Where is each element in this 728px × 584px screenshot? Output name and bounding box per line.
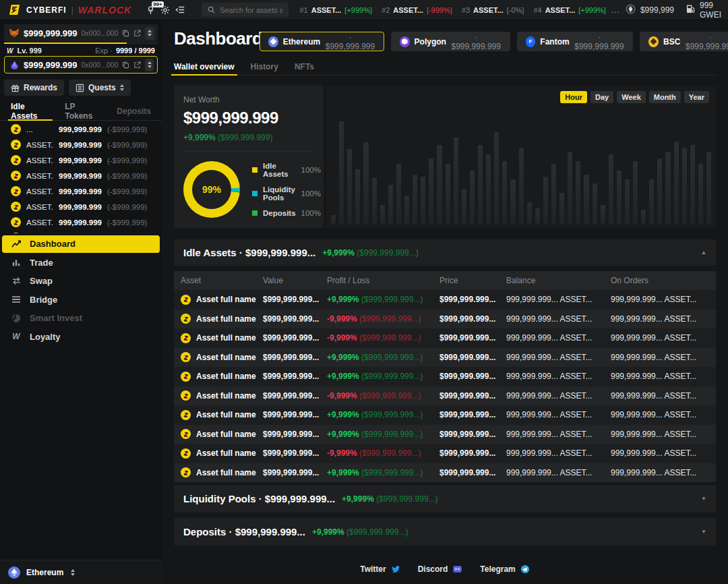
range-button-year[interactable]: Year: [684, 91, 709, 103]
sidebar-asset-row[interactable]: ASSET...999,999.999(-$999,999): [0, 183, 162, 199]
range-button-week[interactable]: Week: [617, 91, 646, 103]
footer-link-twitter[interactable]: Twitter: [360, 564, 400, 574]
chain-pill-ethereum[interactable]: Ethereum· $999,999.999: [260, 32, 384, 51]
sidebar-asset-row[interactable]: ASSET...999,999.999(-$999,999): [0, 137, 162, 152]
wallet-switcher-stepper[interactable]: [145, 59, 154, 71]
history-bar: [446, 164, 450, 225]
donut-center-label: 99%: [183, 161, 240, 218]
collapse-caret-icon[interactable]: ▲: [701, 250, 706, 256]
history-bar: [543, 177, 548, 225]
profit-loss-pct: +9,999%: [327, 430, 359, 439]
table-row[interactable]: Asset full name$999,999.999...+9,999% ($…: [174, 348, 716, 368]
rewards-button[interactable]: Rewards: [4, 80, 64, 96]
footer-link-discord[interactable]: Discord: [418, 564, 463, 574]
idle-assets-section-header[interactable]: Idle Assets · $999,999.999... +9,999% ($…: [174, 239, 716, 266]
external-link-icon[interactable]: [133, 60, 141, 69]
asset-coin-icon: [11, 171, 21, 181]
table-row[interactable]: Asset full name$999,999.999...+9,999% ($…: [174, 463, 716, 483]
ticker-item-2[interactable]: #2ASSET...[-999%]: [382, 6, 452, 14]
section-heading: Deposits · $999,999.999...: [183, 526, 305, 537]
table-row[interactable]: Asset full name$999,999.999...-9,999% ($…: [174, 444, 716, 463]
gear-icon[interactable]: [160, 4, 170, 16]
history-bar: [396, 164, 401, 225]
asset-full-name: Asset full name: [196, 448, 256, 458]
more-tickers-button[interactable]: ...: [611, 5, 620, 15]
table-row[interactable]: Asset full name$999,999.999...-9,999% ($…: [174, 328, 716, 348]
chain-name: BSC: [663, 37, 680, 47]
tab-nfts[interactable]: NFTs: [295, 58, 314, 75]
asset-coin-icon: [11, 217, 21, 227]
range-button-day[interactable]: Day: [590, 91, 613, 103]
sidebar-item-loyalty[interactable]: WLoyalty: [2, 328, 160, 345]
footer-link-telegram[interactable]: Telegram: [480, 564, 529, 574]
wallet-balance: $999,999.999: [24, 28, 78, 38]
deposits-section-header[interactable]: Deposits · $999,999.999... +9,999% ($999…: [174, 518, 716, 546]
profit-loss-pct: +9,999%: [327, 410, 359, 419]
sidebar-item-swap[interactable]: Swap: [2, 272, 160, 290]
expand-caret-icon[interactable]: ▼: [701, 529, 706, 535]
copy-address-icon[interactable]: [122, 60, 129, 69]
table-row[interactable]: Asset full name$999,999.999...+9,999% ($…: [174, 367, 716, 386]
asset-cell: Asset full name: [181, 372, 263, 382]
history-bar: [372, 178, 377, 225]
asset-full-name: Asset full name: [196, 410, 256, 419]
ticker-item-4[interactable]: #4ASSET...[+999%]: [533, 6, 606, 14]
exp-progress-fill: [4, 42, 127, 44]
table-row[interactable]: Asset full name$999,999.999...-9,999% ($…: [174, 386, 716, 406]
wallet-row-metamask[interactable]: $999,999.999 0x000...000: [4, 24, 158, 42]
external-link-icon[interactable]: [133, 28, 141, 38]
ticker-item-1[interactable]: #1ASSET...[+999%]: [299, 6, 372, 14]
asset-full-name: Asset full name: [196, 295, 256, 304]
brand-logo[interactable]: CYBERFI | WARLOCK: [7, 4, 131, 16]
table-row[interactable]: Asset full name$999,999.999...+9,999% ($…: [174, 290, 716, 310]
search-box: [202, 3, 289, 17]
net-worth-value: $999,999.999: [183, 109, 314, 127]
wallet-switcher-stepper[interactable]: [145, 27, 154, 40]
search-input[interactable]: [220, 6, 282, 14]
sidebar-item-trade[interactable]: Trade: [2, 254, 160, 271]
sidebar-tab-lp-tokens[interactable]: LP Tokens: [65, 103, 102, 120]
balance-cell: 999,999.999... ASSET...: [506, 448, 611, 458]
asset-name: ASSET...: [26, 218, 53, 227]
range-button-month[interactable]: Month: [649, 91, 681, 103]
column-header-balance: Balance: [506, 276, 611, 285]
sidebar-asset-row[interactable]: ASSET...999,999.999(-$999,999): [0, 168, 162, 183]
sidebar-asset-row[interactable]: ASSET...999,999.999(-$999,999): [0, 230, 162, 233]
asset-name: ASSET...: [26, 156, 53, 165]
sidebar-item-dashboard[interactable]: Dashboard: [2, 235, 160, 253]
price-cell: $999,999.999...: [439, 295, 506, 304]
liquidity-pools-section-header[interactable]: Liquidity Pools · $999,999.999... +9,999…: [174, 485, 716, 513]
table-row[interactable]: Asset full name$999,999.999...+9,999% ($…: [174, 405, 716, 425]
tab-history[interactable]: History: [251, 58, 278, 75]
copy-address-icon[interactable]: [122, 28, 129, 38]
notifications-icon[interactable]: 99+: [146, 4, 155, 16]
legend-value: 100%: [301, 209, 321, 217]
history-bar: [355, 169, 360, 225]
asset-name: ASSET...: [26, 203, 53, 211]
sidebar-asset-row[interactable]: ASSET...999,999.999(-$999,999): [0, 152, 162, 168]
sidebar-item-bridge[interactable]: Bridge: [2, 291, 160, 308]
sidebar-asset-row[interactable]: ...999,999.999(-$999,999): [0, 121, 162, 137]
table-row[interactable]: Asset full name$999,999.999...+9,999% ($…: [174, 425, 716, 444]
table-row[interactable]: Asset full name$999,999.999...-9,999% ($…: [174, 310, 716, 329]
ticker-item-3[interactable]: #3ASSET...[-0%]: [462, 6, 524, 14]
chain-pill-fantom[interactable]: FFantom· $999,999.999: [517, 32, 634, 51]
range-button-hour[interactable]: Hour: [560, 91, 587, 103]
collapse-menu-icon[interactable]: [175, 4, 185, 16]
quests-button[interactable]: Quests: [69, 80, 131, 96]
asset-coin-icon: [181, 448, 191, 459]
tab-wallet-overview[interactable]: Wallet overview: [174, 58, 235, 75]
network-selector[interactable]: Ethereum: [0, 560, 162, 584]
chain-pill-bsc[interactable]: BSC· $999,999.999: [640, 32, 728, 51]
expand-caret-icon[interactable]: ▼: [701, 496, 706, 502]
price-cell: $999,999.999...: [439, 430, 506, 439]
history-bar: [421, 177, 425, 225]
profit-loss-cell: +9,999% ($999,999.999...): [327, 430, 439, 439]
wallet-row-warlock[interactable]: $999,999.999 0x000...000: [4, 56, 158, 74]
sidebar-asset-row[interactable]: ASSET...999,999.999(-$999,999): [0, 214, 162, 230]
sidebar-tab-idle-assets[interactable]: Idle Assets: [11, 103, 50, 120]
history-bar: [470, 171, 475, 225]
chain-pill-polygon[interactable]: Polygon· $999,999.999: [391, 32, 510, 51]
sidebar-asset-row[interactable]: ASSET...999,999.999(-$999,999): [0, 199, 162, 214]
sidebar-tab-deposits[interactable]: Deposits: [117, 103, 151, 120]
